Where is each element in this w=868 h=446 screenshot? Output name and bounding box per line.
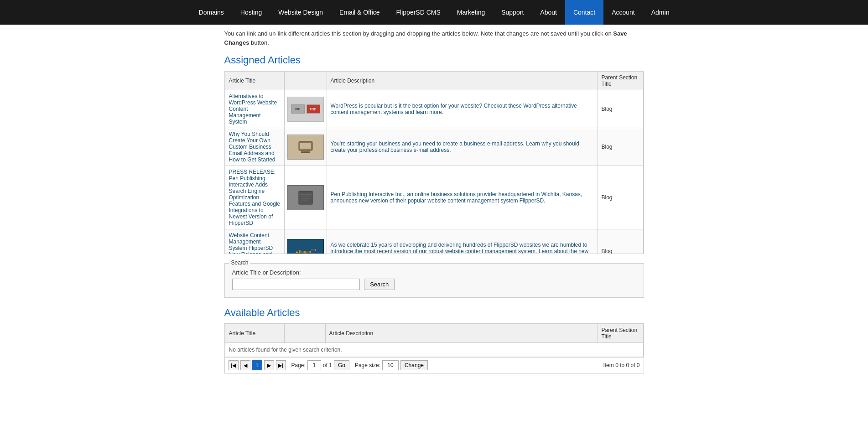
- assigned-row-title: Alternatives to WordPress Website Conten…: [225, 90, 284, 128]
- intro-text-after: button.: [249, 39, 269, 46]
- avail-col-header-parent: Parent Section Title: [598, 324, 643, 343]
- nav-website-design[interactable]: Website Design: [270, 0, 331, 25]
- item-count-text: Item 0 to 0 of 0: [603, 362, 639, 368]
- assigned-table-row: Why You Should Create Your Own Custom Bu…: [225, 128, 643, 166]
- avail-col-header-desc: Article Description: [325, 324, 598, 343]
- search-button[interactable]: Search: [364, 279, 395, 290]
- col-header-article-title: Article Title: [225, 72, 284, 90]
- page-last-btn[interactable]: ▶|: [276, 360, 286, 370]
- svg-rect-4: [299, 191, 312, 204]
- page-size-label: Page size:: [355, 362, 380, 368]
- no-articles-row: No articles found for the given search c…: [225, 343, 643, 357]
- page-prev-btn[interactable]: ◀: [240, 360, 250, 370]
- assigned-articles-title: Assigned Articles: [224, 54, 644, 66]
- col-header-img: [284, 72, 327, 90]
- assigned-row-desc: As we celebrate 15 years of developing a…: [327, 229, 598, 254]
- assigned-row-desc: WordPress is popular but is it the best …: [327, 90, 598, 128]
- page-number-input[interactable]: [307, 360, 321, 370]
- assigned-row-parent: Blog: [598, 166, 643, 229]
- no-articles-text: No articles found for the given search c…: [225, 343, 643, 357]
- assigned-table-row: Website Content Management System Flippe…: [225, 229, 643, 254]
- assigned-row-title: PRESS RELEASE: Pen Publishing Interactiv…: [225, 166, 284, 229]
- nav-hosting[interactable]: Hosting: [232, 0, 270, 25]
- available-articles-table: Article Title Article Description Parent…: [225, 324, 644, 357]
- available-articles-table-wrapper: Article Title Article Description Parent…: [224, 323, 644, 373]
- go-button[interactable]: Go: [334, 360, 349, 370]
- main-nav: Domains Hosting Website Design Email & O…: [0, 0, 868, 25]
- page-first-btn[interactable]: |◀: [229, 360, 239, 370]
- page-of-label: of 1: [323, 362, 332, 368]
- available-articles-title: Available Articles: [224, 307, 644, 319]
- search-section: Search Article Title or Description: Sea…: [224, 263, 644, 298]
- nav-email-office[interactable]: Email & Office: [331, 0, 388, 25]
- page-label: Page:: [291, 362, 306, 368]
- nav-domains[interactable]: Domains: [191, 0, 232, 25]
- nav-flippersd-cms[interactable]: FlipperSD CMS: [388, 0, 449, 25]
- col-header-parent: Parent Section Title: [598, 72, 643, 90]
- nav-admin[interactable]: Admin: [643, 0, 678, 25]
- assigned-articles-table: Article Title Article Description Parent…: [225, 71, 644, 254]
- assigned-table-row: PRESS RELEASE: Pen Publishing Interactiv…: [225, 166, 643, 229]
- page-1-btn[interactable]: 1: [252, 360, 262, 370]
- assigned-articles-table-wrapper: Article Title Article Description Parent…: [224, 71, 644, 254]
- svg-rect-1: [300, 143, 311, 149]
- nav-about[interactable]: About: [532, 0, 565, 25]
- assigned-row-desc: You're starting your business and you ne…: [327, 128, 598, 166]
- nav-account[interactable]: Account: [603, 0, 643, 25]
- assigned-row-img: WPFSD: [284, 90, 327, 128]
- col-header-description: Article Description: [327, 72, 598, 90]
- assigned-row-title: Website Content Management System Flippe…: [225, 229, 284, 254]
- search-input[interactable]: [232, 279, 360, 290]
- page-size-input[interactable]: [382, 360, 399, 370]
- nav-contact[interactable]: Contact: [565, 0, 603, 25]
- assigned-row-img: ▲flipperSD: [284, 229, 327, 254]
- avail-col-header-title: Article Title: [225, 324, 284, 343]
- nav-marketing[interactable]: Marketing: [449, 0, 493, 25]
- assigned-row-desc: Pen Publishing Interactive Inc., an onli…: [327, 166, 598, 229]
- intro-paragraph: You can link and un-link different artic…: [224, 29, 644, 47]
- page-next-btn[interactable]: ▶: [264, 360, 274, 370]
- search-field-label: Article Title or Description:: [232, 269, 636, 276]
- assigned-row-parent: Blog: [598, 90, 643, 128]
- assigned-row-parent: Blog: [598, 229, 643, 254]
- nav-support[interactable]: Support: [493, 0, 532, 25]
- assigned-row-img: [284, 128, 327, 166]
- svg-point-3: [305, 151, 307, 153]
- assigned-table-row: Alternatives to WordPress Website Conten…: [225, 90, 643, 128]
- assigned-articles-scroll[interactable]: Article Title Article Description Parent…: [225, 71, 644, 254]
- assigned-row-parent: Blog: [598, 128, 643, 166]
- pagination-row: |◀ ◀ 1 ▶ ▶| Page: of 1 Go Page size: Cha…: [225, 357, 644, 373]
- avail-col-header-img: [284, 324, 325, 343]
- available-articles-scroll: Article Title Article Description Parent…: [225, 324, 644, 357]
- search-legend: Search: [229, 259, 250, 266]
- main-content: You can link and un-link different artic…: [215, 25, 653, 387]
- assigned-row-title: Why You Should Create Your Own Custom Bu…: [225, 128, 284, 166]
- intro-text-before: You can link and un-link different artic…: [224, 30, 613, 37]
- change-page-size-button[interactable]: Change: [400, 360, 428, 370]
- assigned-row-img: [284, 166, 327, 229]
